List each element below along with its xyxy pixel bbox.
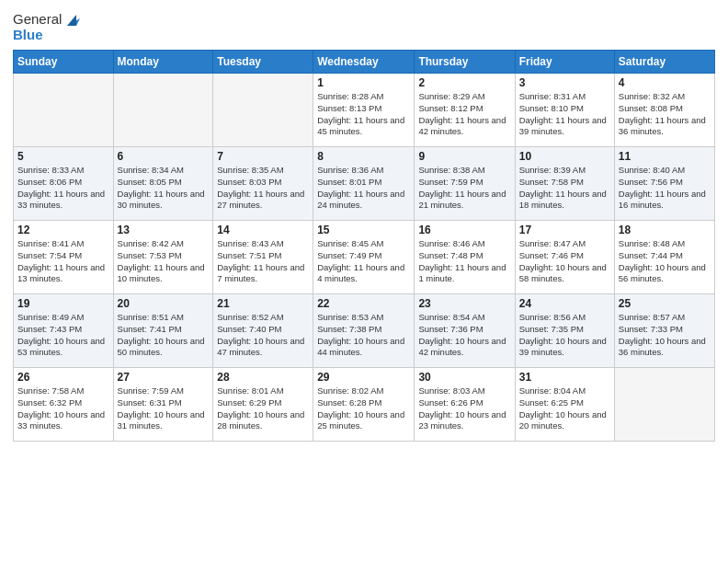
calendar-header-friday: Friday — [515, 51, 614, 74]
calendar-cell: 2Sunrise: 8:29 AMSunset: 8:12 PMDaylight… — [415, 74, 515, 147]
sunrise-text: Sunrise: 8:33 AM — [17, 165, 109, 177]
day-info: Sunrise: 8:49 AMSunset: 7:43 PMDaylight:… — [17, 312, 109, 359]
day-number: 29 — [317, 371, 410, 384]
sunset-text: Sunset: 6:31 PM — [118, 397, 210, 409]
sunrise-text: Sunrise: 8:56 AM — [519, 312, 610, 324]
daylight-text: Daylight: 11 hours and 21 minutes. — [418, 189, 510, 213]
day-info: Sunrise: 8:56 AMSunset: 7:35 PMDaylight:… — [519, 312, 610, 359]
day-info: Sunrise: 8:41 AMSunset: 7:54 PMDaylight:… — [17, 238, 109, 285]
day-number: 15 — [317, 224, 410, 236]
calendar-header-tuesday: Tuesday — [213, 51, 313, 74]
day-info: Sunrise: 8:51 AMSunset: 7:41 PMDaylight:… — [118, 312, 210, 359]
sunrise-text: Sunrise: 8:52 AM — [217, 312, 309, 324]
day-info: Sunrise: 8:32 AMSunset: 8:08 PMDaylight:… — [619, 91, 711, 138]
daylight-text: Daylight: 11 hours and 16 minutes. — [619, 189, 711, 213]
sunset-text: Sunset: 8:03 PM — [217, 177, 309, 189]
day-number: 11 — [619, 150, 711, 163]
sunrise-text: Sunrise: 8:51 AM — [118, 312, 210, 324]
calendar-week-row: 5Sunrise: 8:33 AMSunset: 8:06 PMDaylight… — [14, 147, 715, 221]
svg-marker-1 — [67, 15, 76, 26]
calendar-cell: 26Sunrise: 7:58 AMSunset: 6:32 PMDayligh… — [14, 368, 114, 442]
daylight-text: Daylight: 10 hours and 58 minutes. — [519, 262, 610, 286]
calendar-cell: 25Sunrise: 8:57 AMSunset: 7:33 PMDayligh… — [614, 294, 714, 368]
calendar-cell: 24Sunrise: 8:56 AMSunset: 7:35 PMDayligh… — [515, 294, 614, 368]
day-info: Sunrise: 8:28 AMSunset: 8:13 PMDaylight:… — [317, 91, 410, 138]
calendar-cell: 28Sunrise: 8:01 AMSunset: 6:29 PMDayligh… — [213, 368, 313, 442]
logo-icon — [63, 9, 84, 29]
calendar-cell: 5Sunrise: 8:33 AMSunset: 8:06 PMDaylight… — [14, 147, 114, 221]
sunset-text: Sunset: 8:06 PM — [17, 177, 109, 189]
daylight-text: Daylight: 11 hours and 27 minutes. — [217, 189, 309, 213]
calendar-cell: 21Sunrise: 8:52 AMSunset: 7:40 PMDayligh… — [213, 294, 313, 368]
sunset-text: Sunset: 6:25 PM — [519, 397, 610, 409]
day-info: Sunrise: 8:03 AMSunset: 6:26 PMDaylight:… — [418, 385, 510, 432]
sunrise-text: Sunrise: 8:34 AM — [118, 165, 210, 177]
daylight-text: Daylight: 10 hours and 31 minutes. — [118, 409, 210, 433]
calendar-week-row: 19Sunrise: 8:49 AMSunset: 7:43 PMDayligh… — [14, 294, 715, 368]
daylight-text: Daylight: 11 hours and 36 minutes. — [619, 115, 711, 139]
day-info: Sunrise: 8:04 AMSunset: 6:25 PMDaylight:… — [519, 385, 610, 432]
day-info: Sunrise: 8:46 AMSunset: 7:48 PMDaylight:… — [418, 238, 510, 285]
calendar-cell: 20Sunrise: 8:51 AMSunset: 7:41 PMDayligh… — [113, 294, 213, 368]
sunset-text: Sunset: 6:29 PM — [217, 397, 309, 409]
sunset-text: Sunset: 7:58 PM — [519, 177, 610, 189]
logo: General Blue — [13, 9, 84, 42]
calendar-cell: 12Sunrise: 8:41 AMSunset: 7:54 PMDayligh… — [14, 221, 114, 294]
daylight-text: Daylight: 11 hours and 42 minutes. — [418, 115, 510, 139]
daylight-text: Daylight: 11 hours and 7 minutes. — [217, 262, 309, 286]
sunrise-text: Sunrise: 8:49 AM — [17, 312, 109, 324]
logo-general: General — [13, 11, 62, 28]
day-info: Sunrise: 7:58 AMSunset: 6:32 PMDaylight:… — [17, 385, 109, 432]
sunset-text: Sunset: 7:46 PM — [519, 250, 610, 262]
sunrise-text: Sunrise: 8:43 AM — [217, 238, 309, 250]
calendar-cell: 7Sunrise: 8:35 AMSunset: 8:03 PMDaylight… — [213, 147, 313, 221]
sunset-text: Sunset: 8:08 PM — [619, 103, 711, 115]
calendar-cell: 31Sunrise: 8:04 AMSunset: 6:25 PMDayligh… — [515, 368, 614, 442]
day-info: Sunrise: 8:43 AMSunset: 7:51 PMDaylight:… — [217, 238, 309, 285]
day-number: 28 — [217, 371, 309, 384]
sunset-text: Sunset: 7:38 PM — [317, 324, 410, 336]
sunrise-text: Sunrise: 8:38 AM — [418, 165, 510, 177]
day-number: 8 — [317, 150, 410, 163]
sunset-text: Sunset: 8:13 PM — [317, 103, 410, 115]
calendar-table: SundayMondayTuesdayWednesdayThursdayFrid… — [13, 50, 715, 442]
day-info: Sunrise: 8:01 AMSunset: 6:29 PMDaylight:… — [217, 385, 309, 432]
calendar-header-row: SundayMondayTuesdayWednesdayThursdayFrid… — [14, 51, 715, 74]
day-number: 20 — [118, 297, 210, 310]
calendar-cell: 3Sunrise: 8:31 AMSunset: 8:10 PMDaylight… — [515, 74, 614, 147]
day-number: 14 — [217, 224, 309, 236]
day-info: Sunrise: 8:29 AMSunset: 8:12 PMDaylight:… — [418, 91, 510, 138]
sunrise-text: Sunrise: 8:54 AM — [418, 312, 510, 324]
daylight-text: Daylight: 11 hours and 30 minutes. — [118, 189, 210, 213]
daylight-text: Daylight: 10 hours and 36 minutes. — [619, 336, 711, 360]
day-number: 2 — [418, 76, 510, 89]
calendar-cell: 17Sunrise: 8:47 AMSunset: 7:46 PMDayligh… — [515, 221, 614, 294]
sunset-text: Sunset: 7:56 PM — [619, 177, 711, 189]
day-info: Sunrise: 8:38 AMSunset: 7:59 PMDaylight:… — [418, 165, 510, 212]
calendar-cell: 11Sunrise: 8:40 AMSunset: 7:56 PMDayligh… — [614, 147, 714, 221]
calendar-cell: 14Sunrise: 8:43 AMSunset: 7:51 PMDayligh… — [213, 221, 313, 294]
day-number: 1 — [317, 76, 410, 89]
sunset-text: Sunset: 7:59 PM — [418, 177, 510, 189]
daylight-text: Daylight: 10 hours and 50 minutes. — [118, 336, 210, 360]
daylight-text: Daylight: 11 hours and 4 minutes. — [317, 262, 410, 286]
sunrise-text: Sunrise: 8:57 AM — [619, 312, 711, 324]
calendar-week-row: 1Sunrise: 8:28 AMSunset: 8:13 PMDaylight… — [14, 74, 715, 147]
calendar-cell: 18Sunrise: 8:48 AMSunset: 7:44 PMDayligh… — [614, 221, 714, 294]
sunrise-text: Sunrise: 8:32 AM — [619, 91, 711, 103]
daylight-text: Daylight: 10 hours and 33 minutes. — [17, 409, 109, 433]
calendar-header-thursday: Thursday — [415, 51, 515, 74]
calendar-week-row: 26Sunrise: 7:58 AMSunset: 6:32 PMDayligh… — [14, 368, 715, 442]
day-number: 12 — [17, 224, 109, 236]
daylight-text: Daylight: 10 hours and 25 minutes. — [317, 409, 410, 433]
day-info: Sunrise: 7:59 AMSunset: 6:31 PMDaylight:… — [118, 385, 210, 432]
sunset-text: Sunset: 6:32 PM — [17, 397, 109, 409]
day-info: Sunrise: 8:53 AMSunset: 7:38 PMDaylight:… — [317, 312, 410, 359]
daylight-text: Daylight: 11 hours and 24 minutes. — [317, 189, 410, 213]
day-number: 4 — [619, 76, 711, 89]
day-number: 18 — [619, 224, 711, 236]
day-number: 5 — [17, 150, 109, 163]
day-number: 6 — [118, 150, 210, 163]
calendar-cell: 1Sunrise: 8:28 AMSunset: 8:13 PMDaylight… — [313, 74, 415, 147]
day-number: 23 — [418, 297, 510, 310]
